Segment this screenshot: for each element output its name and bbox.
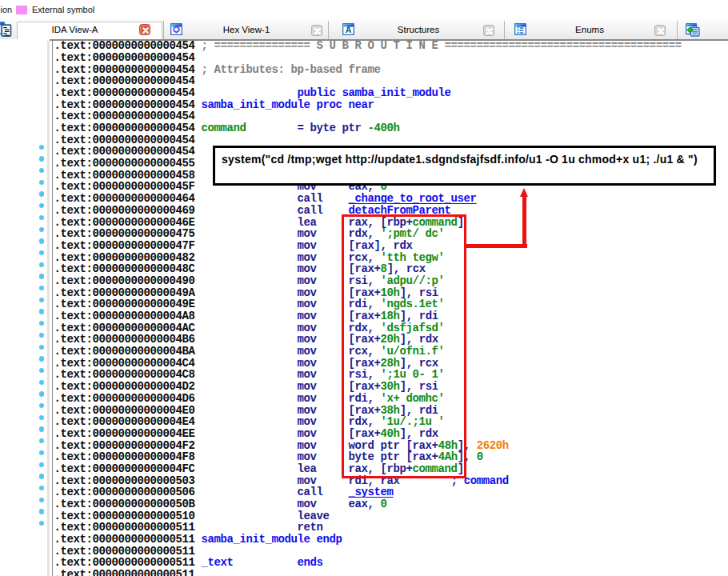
svg-text:A: A <box>346 25 352 34</box>
